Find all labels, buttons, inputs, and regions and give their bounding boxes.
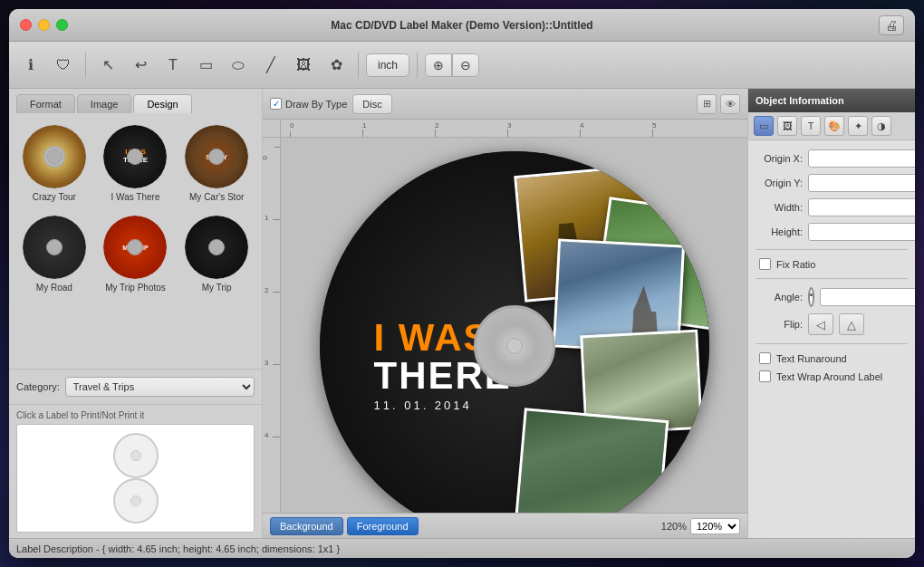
text-icon[interactable]: T <box>159 51 188 80</box>
print-section: Click a Label to Print/Not Print it <box>9 404 262 538</box>
origin-x-input[interactable] <box>808 149 915 168</box>
fix-ratio-checkbox[interactable] <box>759 258 771 270</box>
right-panel-title: Object Information <box>748 89 915 112</box>
divider-2 <box>756 278 908 279</box>
category-section: Category: Travel & Trips Music Movies Ot… <box>9 369 262 404</box>
close-button[interactable] <box>20 19 32 31</box>
height-row: Height: ▲ ▼ <box>756 223 908 241</box>
panel-icon-color[interactable]: 🎨 <box>824 116 844 136</box>
height-label: Height: <box>756 226 803 237</box>
print-preview <box>16 424 255 533</box>
title-bar: Mac CD/DVD Label Maker (Demo Version)::U… <box>9 9 915 42</box>
ruler-corner <box>263 120 281 138</box>
print-cd-1[interactable] <box>113 433 159 478</box>
cd-photo-5 <box>514 408 669 513</box>
height-input[interactable] <box>808 223 915 241</box>
template-thumb-my-road <box>22 215 87 280</box>
rect-icon[interactable]: ▭ <box>191 51 220 80</box>
text-runaround-checkbox[interactable] <box>759 352 771 364</box>
text-wrap-row: Text Wrap Around Label <box>756 370 908 382</box>
tab-image[interactable]: Image <box>77 94 132 113</box>
panel-icon-text[interactable]: T <box>801 116 821 136</box>
template-label-2: My Car's Stor <box>189 192 244 202</box>
cursor-icon[interactable]: ↖ <box>93 51 122 80</box>
width-input[interactable] <box>808 198 915 216</box>
panel-icon-shadow[interactable]: ◑ <box>871 116 891 136</box>
view-icons: ⊞ 👁 <box>697 94 740 114</box>
text-wrap-checkbox[interactable] <box>759 370 771 382</box>
template-item-i-was-there[interactable]: I WAS THERE I Was There <box>98 120 174 206</box>
traffic-lights <box>20 19 68 31</box>
layer-tab-foreground[interactable]: Foreground <box>347 517 419 535</box>
category-row: Category: Travel & Trips Music Movies Ot… <box>16 377 255 397</box>
template-label-1: I Was There <box>111 192 160 202</box>
maximize-button[interactable] <box>56 19 68 31</box>
tab-bar: Format Image Design <box>9 89 262 113</box>
status-bar: Label Description - { width: 4.65 inch; … <box>9 538 915 558</box>
draw-by-type-checkbox[interactable]: ✓ <box>270 98 282 110</box>
layer-tab-background[interactable]: Background <box>270 517 343 535</box>
divider-1 <box>756 249 908 250</box>
origin-y-label: Origin Y: <box>756 178 803 188</box>
zoom-select[interactable]: 120% 100% 75% 150% <box>690 518 740 534</box>
panel-icon-image[interactable]: 🖼 <box>777 116 797 136</box>
flip-vertical-button[interactable]: △ <box>839 313 864 335</box>
info-icon[interactable]: ℹ <box>16 51 45 80</box>
cd-hole-1 <box>46 149 63 165</box>
width-label: Width: <box>756 202 803 213</box>
template-item-my-trip-photos[interactable]: MY TRIP My Trip Photos <box>98 211 174 296</box>
template-item-my-cars[interactable]: STORY My Car's Stor <box>178 120 255 206</box>
special-icon[interactable]: ✿ <box>322 51 351 80</box>
text-wrap-label: Text Wrap Around Label <box>776 371 882 382</box>
flip-horizontal-button[interactable]: ◁ <box>808 313 833 335</box>
left-panel: Format Image Design Crazy Tour <box>9 89 263 538</box>
cd-center <box>474 305 555 387</box>
template-item-crazy-tour[interactable]: Crazy Tour <box>16 120 92 206</box>
template-item-my-trip[interactable]: My Trip <box>178 211 255 296</box>
category-select[interactable]: Travel & Trips Music Movies Other <box>65 377 255 397</box>
template-grid: Crazy Tour I WAS THERE I Was There <box>9 113 262 369</box>
print-section-label: Click a Label to Print/Not Print it <box>16 410 255 420</box>
grid-view-icon[interactable]: ⊞ <box>697 94 717 114</box>
fix-ratio-label: Fix Ratio <box>776 259 815 270</box>
angle-input[interactable] <box>820 288 915 306</box>
print-cd-2[interactable] <box>113 478 159 524</box>
template-item-my-road[interactable]: My Road <box>16 211 92 296</box>
origin-y-input[interactable] <box>808 174 915 192</box>
zoom-out-button[interactable]: ⊖ <box>452 53 479 77</box>
panel-icon-effect[interactable]: ✦ <box>848 116 868 136</box>
category-label: Category: <box>16 381 60 392</box>
angle-label: Angle: <box>756 292 803 303</box>
print-button[interactable]: 🖨 <box>879 15 904 35</box>
cd-design: I WAS THERE 11. 01. 2014 <box>320 151 709 513</box>
text-runaround-row: Text Runaround <box>756 352 908 364</box>
cd-hole-2 <box>127 149 143 165</box>
origin-x-label: Origin X: <box>756 153 803 164</box>
cd-center-hole <box>506 338 523 354</box>
tab-design[interactable]: Design <box>133 94 191 113</box>
eye-icon[interactable]: 👁 <box>720 94 740 114</box>
canvas-toolbar: ✓ Draw By Type Disc ⊞ 👁 <box>263 89 747 120</box>
line-icon[interactable]: ╱ <box>256 51 285 80</box>
shield-icon[interactable]: 🛡 <box>49 51 78 80</box>
flip-label: Flip: <box>756 319 803 330</box>
canvas-bg[interactable]: I WAS THERE 11. 01. 2014 <box>281 138 747 513</box>
undo-icon[interactable]: ↩ <box>126 51 155 80</box>
disc-button[interactable]: Disc <box>352 94 391 114</box>
canvas-bottom: Background Foreground 120% 120% 100% 75%… <box>263 513 747 538</box>
draw-by-type: ✓ Draw By Type <box>270 98 347 110</box>
zoom-in-button[interactable]: ⊕ <box>425 53 452 77</box>
right-panel: Object Information ▭ 🖼 T 🎨 ✦ ◑ Origin X:… <box>747 89 915 538</box>
text-runaround-label: Text Runaround <box>776 353 847 364</box>
image-icon[interactable]: 🖼 <box>289 51 318 80</box>
panel-icon-shape[interactable]: ▭ <box>754 116 774 136</box>
angle-dial[interactable] <box>808 287 814 307</box>
minimize-button[interactable] <box>38 19 50 31</box>
cd-hole-3 <box>208 149 225 165</box>
template-thumb-i-was-there: I WAS THERE <box>102 124 168 189</box>
oval-icon[interactable]: ⬭ <box>224 51 253 80</box>
width-row: Width: ▲ ▼ <box>756 198 908 216</box>
fix-ratio-row: Fix Ratio <box>756 258 908 270</box>
tab-format[interactable]: Format <box>16 94 75 113</box>
unit-button[interactable]: inch <box>366 53 409 77</box>
